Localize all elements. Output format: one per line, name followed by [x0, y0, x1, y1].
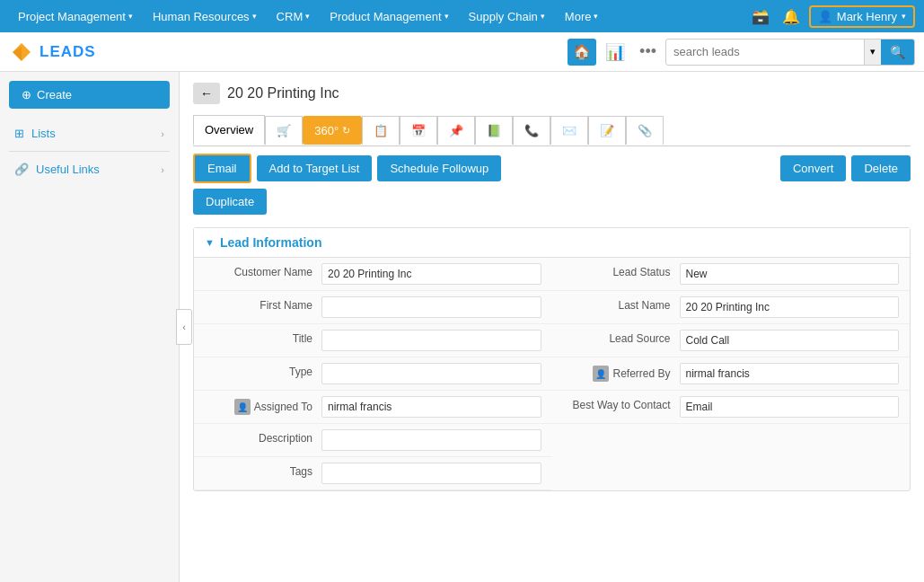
chevron-down-icon: ▾ — [902, 12, 906, 21]
breadcrumb: ← 20 20 Printing Inc — [193, 83, 911, 104]
phone-icon: 📞 — [524, 124, 539, 137]
chevron-down-icon: ▾ — [128, 12, 133, 21]
sidebar-item-label: Lists — [31, 127, 56, 140]
duplicate-button[interactable]: Duplicate — [193, 189, 267, 215]
section-toggle-icon[interactable]: ▼ — [205, 237, 215, 248]
tab-notebook[interactable]: 📗 — [475, 116, 513, 145]
second-bar-right: 🏠 📊 ••• ▾ 🔍 — [568, 39, 915, 66]
sidebar-item-label: Useful Links — [36, 163, 100, 176]
nav-product-management[interactable]: Product Management ▾ — [321, 4, 457, 29]
lead-source-value: Cold Call — [680, 330, 900, 351]
top-navigation: Project Management ▾ Human Resources ▾ C… — [0, 0, 924, 32]
form-right-column: Lead Status New Last Name 20 20 Printing… — [552, 258, 911, 490]
chevron-down-icon: ▾ — [594, 12, 598, 21]
doc-icon: 📋 — [374, 124, 388, 137]
mail-icon-button[interactable]: 🗃️ — [748, 4, 773, 29]
main-layout: ⊕ Create ⊞ Lists › 🔗 Useful Links › ‹ ← … — [0, 72, 924, 582]
chart-icon-button[interactable]: 📊 — [600, 39, 630, 66]
chevron-down-icon: ▾ — [252, 12, 257, 21]
back-button[interactable]: ← — [193, 83, 220, 104]
type-value — [321, 363, 541, 384]
tab-attach[interactable]: 📎 — [626, 116, 664, 145]
top-nav-right: 🗃️ 🔔 👤 Mark Henry ▾ — [748, 4, 915, 29]
tabs-row: Overview 🛒 360° ↻ 📋 📅 📌 📗 📞 — [193, 115, 911, 146]
person-icon: 👤 — [593, 366, 609, 382]
form-row-referred-by: 👤 Referred By nirmal francis — [552, 357, 911, 391]
leads-logo-icon — [9, 40, 34, 65]
sidebar: ⊕ Create ⊞ Lists › 🔗 Useful Links › ‹ — [0, 72, 180, 582]
lead-information-section: ▼ Lead Information Customer Name 20 20 P… — [193, 227, 911, 491]
search-go-button[interactable]: 🔍 — [881, 39, 914, 66]
convert-button[interactable]: Convert — [780, 155, 847, 181]
sidebar-item-useful-links[interactable]: 🔗 Useful Links › — [9, 155, 170, 183]
user-icon: 👤 — [818, 10, 832, 23]
tab-email[interactable]: ✉️ — [550, 116, 588, 145]
chevron-down-icon: ▾ — [444, 12, 449, 21]
tab-cart[interactable]: 🛒 — [265, 116, 303, 145]
nav-more[interactable]: More ▾ — [556, 4, 608, 29]
nav-project-management[interactable]: Project Management ▾ — [9, 4, 142, 29]
title-value — [321, 330, 541, 351]
form-row-tags: Tags — [194, 457, 552, 490]
tab-calendar[interactable]: 📅 — [400, 116, 437, 145]
user-menu-button[interactable]: 👤 Mark Henry ▾ — [809, 5, 915, 28]
list-icon: ⊞ — [14, 127, 24, 140]
form-row-assigned-to: 👤 Assigned To nirmal francis — [194, 391, 552, 424]
form-row-last-name: Last Name 20 20 Printing Inc — [552, 291, 911, 324]
more-options-button[interactable]: ••• — [634, 39, 662, 65]
plus-icon: ⊕ — [22, 88, 31, 101]
referred-by-value: nirmal francis — [680, 363, 900, 384]
search-container: ▾ 🔍 — [665, 39, 915, 66]
tab-overview[interactable]: Overview — [193, 115, 265, 146]
email-button[interactable]: Email — [193, 154, 251, 183]
sidebar-item-lists[interactable]: ⊞ Lists › — [9, 119, 170, 147]
sidebar-divider — [9, 151, 170, 152]
form-left-column: Customer Name 20 20 Printing Inc First N… — [194, 258, 552, 490]
form-row-title: Title — [194, 324, 552, 357]
lead-section-header: ▼ Lead Information — [194, 228, 910, 258]
nav-supply-chain[interactable]: Supply Chain ▾ — [460, 4, 554, 29]
envelope-icon: ✉️ — [562, 124, 576, 137]
page-title: 20 20 Printing Inc — [227, 85, 339, 101]
schedule-followup-button[interactable]: Schedule Followup — [377, 155, 501, 181]
secondary-bar: LEADS 🏠 📊 ••• ▾ 🔍 — [0, 32, 924, 72]
link-icon: 🔗 — [14, 163, 29, 176]
bell-icon-button[interactable]: 🔔 — [779, 4, 804, 29]
search-input[interactable] — [666, 45, 864, 58]
nav-items: Project Management ▾ Human Resources ▾ C… — [9, 4, 748, 29]
lead-section-title: Lead Information — [220, 235, 322, 250]
description-value — [321, 429, 541, 451]
form-row-best-way-contact: Best Way to Contact Email — [552, 391, 911, 424]
lead-form-grid: Customer Name 20 20 Printing Inc First N… — [194, 258, 910, 490]
search-dropdown-button[interactable]: ▾ — [864, 39, 881, 66]
logo-text: LEADS — [40, 43, 96, 61]
action-buttons-row: Email Add to Target List Schedule Follow… — [193, 154, 911, 183]
form-row-lead-source: Lead Source Cold Call — [552, 324, 911, 357]
tab-doc[interactable]: 📋 — [362, 116, 400, 145]
nav-human-resources[interactable]: Human Resources ▾ — [144, 4, 266, 29]
lead-status-value: New — [680, 263, 900, 285]
chevron-right-icon: › — [161, 128, 164, 139]
tags-value — [321, 463, 541, 484]
form-row-first-name: First Name — [194, 291, 552, 324]
tab-360[interactable]: 360° ↻ — [303, 116, 362, 145]
delete-button[interactable]: Delete — [851, 155, 911, 181]
assigned-to-value: nirmal francis — [321, 396, 541, 418]
form-row-type: Type — [194, 357, 552, 391]
sidebar-collapse-button[interactable]: ‹ — [176, 309, 192, 345]
create-button[interactable]: ⊕ Create — [9, 81, 170, 109]
home-button[interactable]: 🏠 — [568, 39, 596, 66]
tab-notes[interactable]: 📝 — [588, 116, 626, 145]
tab-phone[interactable]: 📞 — [513, 116, 550, 145]
content-area: ← 20 20 Printing Inc Overview 🛒 360° ↻ 📋… — [180, 72, 924, 582]
first-name-value — [321, 296, 541, 318]
logo-area: LEADS — [9, 40, 559, 65]
notes-icon: 📝 — [600, 124, 614, 137]
tab-pin[interactable]: 📌 — [437, 116, 475, 145]
chevron-down-icon: ▾ — [541, 12, 545, 21]
nav-crm[interactable]: CRM ▾ — [268, 4, 320, 29]
username-label: Mark Henry — [837, 10, 897, 23]
pin-icon: 📌 — [449, 124, 463, 137]
notebook-icon: 📗 — [487, 124, 501, 137]
add-to-target-button[interactable]: Add to Target List — [257, 155, 373, 181]
